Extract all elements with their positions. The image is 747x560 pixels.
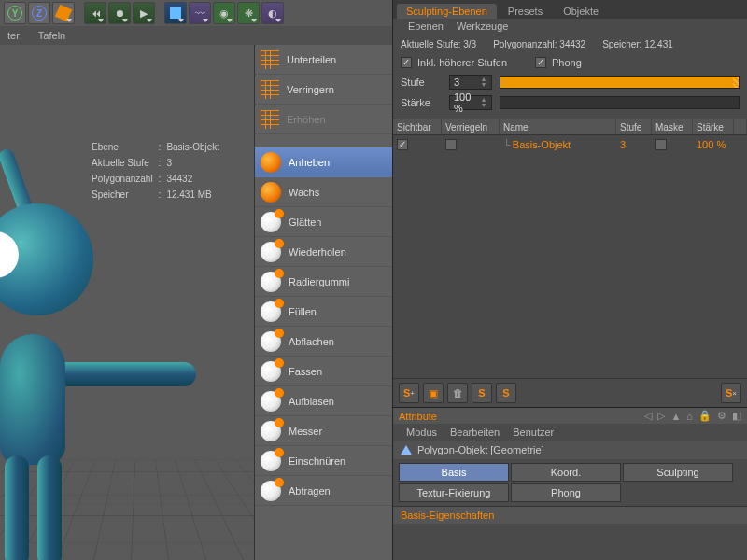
sculpt-tool-fassen[interactable]: Fassen — [255, 357, 392, 386]
sculpt-tool-wachs[interactable]: Wachs — [255, 177, 392, 207]
timeline-start-button[interactable]: ⏮ — [84, 2, 106, 24]
timeline-key-button[interactable]: ⏺ — [108, 2, 131, 24]
primitive-cube-button[interactable] — [164, 2, 187, 24]
home-icon[interactable]: ⌂ — [686, 411, 693, 422]
lock-icon[interactable]: 🔒 — [698, 410, 712, 422]
sculpt-tool-erhöhen[interactable]: Erhöhen — [255, 105, 392, 134]
tool-label: Abtragen — [289, 485, 331, 497]
sculpt-tool-abtragen[interactable]: Abtragen — [255, 476, 392, 506]
tool-label: Radiergummi — [289, 276, 349, 287]
spline-tool-button[interactable]: 〰 — [189, 2, 211, 24]
tool-icon — [261, 80, 279, 99]
attribute-header: Attribute ◁ ▷ ▲ ⌂ 🔒 ⚙ ◧ — [393, 408, 747, 424]
section-basis-eigenschaften: Basis-Eigenschaften — [393, 506, 747, 524]
tool-label: Einschnüren — [289, 455, 345, 467]
sculpt-tool-unterteilen[interactable]: Unterteilen — [255, 45, 392, 75]
sculpt-tool-füllen[interactable]: Füllen — [255, 297, 392, 327]
staerke-slider[interactable] — [500, 96, 740, 109]
tool-icon — [261, 421, 281, 441]
cube-tool-button[interactable] — [52, 2, 75, 24]
nav-fwd-icon[interactable]: ▷ — [657, 410, 665, 422]
check-phong[interactable]: Phong — [535, 57, 582, 68]
staerke-row: Stärke 100 %▴▾ — [393, 92, 747, 113]
tool-icon — [261, 331, 281, 352]
attr-tab-textur[interactable]: Textur-Fixierung — [399, 483, 509, 502]
layer-row-basis[interactable]: └Basis-Objekt 3 100 % — [393, 135, 747, 154]
layer-options-button[interactable]: S× — [721, 383, 741, 403]
tool-icon — [261, 152, 281, 173]
merge-up-button[interactable]: S — [472, 383, 492, 403]
attr-benutzer[interactable]: Benutzer — [513, 427, 554, 438]
lock-checkbox[interactable] — [445, 139, 457, 150]
timeline-play-button[interactable]: ▶ — [133, 2, 155, 24]
tool-label: Glätten — [289, 217, 321, 228]
attr-modus[interactable]: Modus — [406, 427, 437, 438]
menu-icon[interactable]: ◧ — [732, 410, 741, 422]
sculpt-tool-glätten[interactable]: Glätten — [255, 207, 392, 237]
attr-bearbeiten[interactable]: Bearbeiten — [450, 427, 500, 438]
stufe-label: Stufe — [401, 77, 442, 88]
panel-tabs: Sculpting-Ebenen Presets Objekte — [393, 0, 747, 19]
stufe-field[interactable]: 3▴▾ — [449, 75, 492, 90]
tool-label: Anheben — [289, 157, 330, 168]
tab-objekte[interactable]: Objekte — [554, 4, 608, 19]
visible-checkbox[interactable] — [397, 139, 408, 150]
subtab-ebenen[interactable]: Ebenen — [408, 21, 444, 35]
sub-item-1[interactable]: Tafeln — [38, 30, 65, 41]
sculpt-tool-anheben[interactable]: Anheben — [255, 147, 392, 177]
attr-tab-basis[interactable]: Basis — [399, 463, 509, 482]
character-model — [0, 166, 196, 539]
check-incl-higher[interactable]: Inkl. höherer Stufen — [401, 57, 507, 68]
attribute-tabs: Basis Koord. Sculpting Textur-Fixierung … — [393, 459, 747, 506]
checkbox-icon — [535, 57, 546, 68]
sub-item-0[interactable]: ter — [7, 30, 20, 41]
tool-label: Erhöhen — [287, 114, 326, 125]
tab-sculpting-ebenen[interactable]: Sculpting-Ebenen — [397, 4, 497, 19]
tool-icon — [261, 212, 281, 232]
sculpt-tool-einschnüren[interactable]: Einschnüren — [255, 446, 392, 476]
tool-icon — [261, 272, 281, 292]
deformer-button[interactable]: ❋ — [237, 2, 260, 24]
axis-y-button[interactable]: Y — [4, 2, 26, 24]
add-folder-button[interactable]: ▣ — [423, 383, 444, 403]
sculpt-tool-verringern[interactable]: Verringern — [255, 75, 392, 105]
object-name: Polygon-Objekt [Geometrie] — [417, 444, 544, 455]
tool-label: Wachs — [289, 187, 319, 198]
axis-z-button[interactable]: Z — [28, 2, 50, 24]
attr-tab-sculpting[interactable]: Sculpting — [623, 463, 733, 482]
attr-tab-koord[interactable]: Koord. — [511, 463, 621, 482]
gear-icon[interactable]: ⚙ — [717, 410, 726, 422]
attr-tab-phong[interactable]: Phong — [511, 483, 621, 502]
status-row: Aktuelle Stufe: 3/3 Polygonanzahl: 34432… — [393, 35, 747, 53]
tool-label: Füllen — [289, 306, 317, 317]
generator-button[interactable]: ◉ — [213, 2, 235, 24]
tool-label: Messer — [289, 426, 322, 437]
panel-subtabs: Ebenen Werkzeuge — [393, 19, 747, 35]
sculpt-tool-aufblasen[interactable]: Aufblasen — [255, 386, 392, 416]
staerke-field[interactable]: 100 %▴▾ — [449, 95, 492, 110]
nav-up-icon[interactable]: ▲ — [670, 411, 681, 422]
stufe-slider[interactable] — [500, 76, 740, 89]
delete-layer-button[interactable]: 🗑 — [447, 383, 468, 403]
tool-icon — [261, 50, 279, 69]
tool-label: Verringern — [287, 84, 334, 95]
mask-checkbox[interactable] — [655, 139, 667, 150]
sculpt-tool-messer[interactable]: Messer — [255, 416, 392, 446]
sculpt-tool-abflachen[interactable]: Abflachen — [255, 327, 392, 357]
subtab-werkzeuge[interactable]: Werkzeuge — [457, 21, 508, 35]
polygon-object-icon — [401, 445, 412, 455]
sculpt-tool-radiergummi[interactable]: Radiergummi — [255, 267, 392, 297]
add-layer-button[interactable]: S+ — [399, 383, 419, 403]
nav-back-icon[interactable]: ◁ — [644, 410, 652, 422]
attribute-panel: Attribute ◁ ▷ ▲ ⌂ 🔒 ⚙ ◧ Modus Bearbeiten… — [393, 407, 747, 524]
merge-down-button[interactable]: S — [496, 383, 516, 403]
layer-toolbar: S+ ▣ 🗑 S S S× — [393, 378, 747, 407]
viewport-3d[interactable]: Ebene:Basis-ObjektAktuelle Stufe:3Polygo… — [0, 45, 254, 560]
sculpt-tool-wiederholen[interactable]: Wiederholen — [255, 237, 392, 267]
scene-button[interactable]: ◐ — [261, 2, 284, 24]
tool-label: Aufblasen — [289, 396, 334, 407]
tool-label: Fassen — [289, 366, 322, 377]
tool-icon — [261, 391, 281, 412]
tab-presets[interactable]: Presets — [499, 4, 552, 19]
tool-icon — [261, 182, 281, 203]
